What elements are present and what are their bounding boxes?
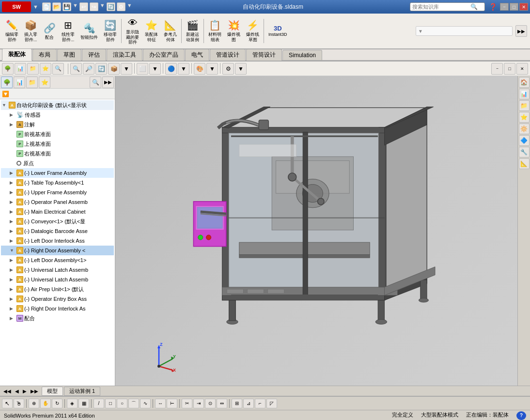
rebuild-btn[interactable]: 🔄 (107, 2, 115, 11)
tab-piping[interactable]: 管道设计 (210, 49, 246, 61)
mate-btn[interactable]: 🔗 配合 (41, 16, 58, 46)
extend-btn[interactable]: ⇥ (193, 399, 204, 408)
view-orientation-btn[interactable]: 🔵 (165, 63, 177, 75)
3d-view-icon-btn[interactable]: 📊 (519, 89, 530, 99)
zoom-to-fit-btn[interactable]: 🔍 (70, 63, 82, 75)
annotations-expander[interactable]: ▶ (10, 122, 16, 127)
tree-top-plane[interactable]: ▶ P 上视基准面 (1, 139, 114, 149)
tree-air-prep[interactable]: ▶ A (-) Air Prep Unit<1> (默认 (1, 284, 114, 294)
operator-entry-expander[interactable]: ▶ (10, 296, 16, 301)
tab-electrical[interactable]: 电气 (185, 49, 209, 61)
relation-btn[interactable]: ⊢ (167, 399, 177, 408)
tab-office[interactable]: 办公室产品 (143, 49, 185, 61)
model-tab[interactable]: 模型 (42, 387, 63, 396)
tab-assembly[interactable]: 装配体 (2, 48, 32, 61)
tree-origin[interactable]: ▶ 原点 (1, 158, 114, 168)
options-btn[interactable]: ⚙ (117, 2, 125, 11)
asm-feature-btn[interactable]: ⭐ 装配体特征 (142, 16, 160, 46)
property-manager-tab[interactable]: 📊 (14, 77, 25, 88)
search-tab[interactable]: 🔍 (90, 77, 101, 88)
tree-front-plane[interactable]: ▶ P 前视基准面 (1, 129, 114, 139)
move-entities-btn[interactable]: ⊿ (243, 399, 254, 408)
tab-evaluate[interactable]: 评估 (82, 49, 106, 61)
tree-left-door-interlock[interactable]: ▶ A (-) Left Door Interlock Ass (1, 236, 114, 246)
tree-sensors[interactable]: ▶ 📡 传感器 (1, 110, 114, 120)
explode-line-btn[interactable]: ⚡ 爆炸线草图 (244, 16, 262, 46)
tab-tubing[interactable]: 管筒设计 (246, 49, 282, 61)
undo-btn[interactable]: ↩ (79, 2, 88, 11)
display-style-btn[interactable]: ⬜ (137, 63, 148, 75)
operator-panel-expander[interactable]: ▶ (10, 200, 16, 204)
tree-electrical-cabinet[interactable]: ▶ A (-) Main Electrical Cabinet (1, 207, 114, 217)
dim-btn[interactable]: ↔ (155, 399, 166, 408)
expand-ribbon-btn[interactable]: ▶▶ (515, 25, 527, 37)
tab-sketch[interactable]: 草图 (57, 49, 81, 61)
tree-annotations[interactable]: ▶ A 注解 (1, 120, 114, 129)
appearance-icon-btn[interactable]: ⭐ (519, 112, 530, 123)
universal-latch-1-expander[interactable]: ▶ (10, 267, 16, 272)
expand-btn[interactable]: ▶▶ (102, 77, 114, 88)
part-icon-btn[interactable]: 📁 (519, 100, 530, 111)
inner-restore-btn[interactable]: □ (504, 63, 515, 75)
trim-btn[interactable]: ✂ (182, 399, 192, 408)
instant3d-btn[interactable]: 3D Instant3D (266, 16, 290, 46)
table-top-expander[interactable]: ▶ (10, 180, 16, 185)
smart-fastener-btn[interactable]: 🔩 智能扣件 (78, 16, 100, 46)
sketch-circle-btn[interactable]: ○ (117, 399, 127, 408)
inner-close-btn[interactable]: ✕ (516, 63, 528, 75)
tree-lower-frame[interactable]: ▶ A (-) Lower Frame Assembly (1, 168, 114, 178)
favorites-tab[interactable]: ⭐ (39, 77, 50, 88)
tree-right-plane[interactable]: ▶ P 右视基准面 (1, 149, 114, 158)
property-manager-btn[interactable]: 📊 (15, 63, 26, 75)
tree-universal-latch-1[interactable]: ▶ A (-) Universal Latch Assemb (1, 265, 114, 275)
view-settings-btn[interactable]: ⚙ (222, 63, 234, 75)
datalogic-expander[interactable]: ▶ (10, 229, 16, 233)
tab-first-btn[interactable]: ◀◀ (2, 388, 13, 394)
sketch-spline-btn[interactable]: ∿ (140, 399, 151, 408)
restore-btn[interactable]: □ (510, 3, 518, 11)
edit-component-btn[interactable]: ✏️ 编辑零部件 (3, 16, 21, 46)
search-dropdown-icon[interactable]: ▼ (478, 4, 483, 10)
air-prep-expander[interactable]: ▶ (10, 287, 16, 292)
view-dropdown-btn[interactable]: ▼ (121, 63, 132, 75)
chamfer-btn[interactable]: ◸ (266, 399, 277, 408)
conveyor-expander[interactable]: ▶ (10, 219, 16, 224)
appearance-btn[interactable]: 🎨 (194, 63, 205, 75)
tab-last-btn[interactable]: ▶▶ (29, 388, 40, 394)
tab-render[interactable]: 渲染工具 (107, 49, 142, 61)
tree-universal-latch-2[interactable]: ▶ A (-) Universal Latch Assemb (1, 275, 114, 284)
tab-next-btn[interactable]: ▶ (21, 388, 28, 394)
sketch-arc-btn[interactable]: ⌒ (128, 399, 139, 408)
zoom-in-btn[interactable]: 🔎 (83, 63, 94, 75)
smart-select-btn[interactable]: ◈ (67, 399, 78, 408)
motion-study-btn[interactable]: 🎬 新建运动算例 (184, 16, 202, 46)
tree-datalogic[interactable]: ▶ A (-) Datalogic Barcode Asse (1, 226, 114, 236)
upper-frame-expander[interactable]: ▶ (10, 190, 16, 195)
pattern-sketch-btn[interactable]: ⊞ (232, 399, 242, 408)
appearance-dropdown-btn[interactable]: ▼ (206, 63, 218, 75)
favorites-btn[interactable]: ⭐ (40, 63, 51, 75)
search-input[interactable] (412, 4, 470, 10)
home-view-icon-btn[interactable]: 🏠 (519, 77, 530, 88)
view-orientation-dropdown-btn[interactable]: ▼ (178, 63, 189, 75)
tree-right-door-assembly[interactable]: ▼ A (-) Right Door Assembly < (1, 246, 114, 255)
bom-btn[interactable]: 📋 材料明细表 (206, 16, 224, 46)
ref-geometry-btn[interactable]: 📐 参考几何体 (161, 16, 179, 46)
tree-table-top[interactable]: ▶ A (-) Table Top Assembly<1 (1, 178, 114, 187)
view-settings-dropdown-btn[interactable]: ▼ (235, 63, 247, 75)
insert-component-btn[interactable]: 📦 插入零部件... (22, 16, 40, 46)
select-btn[interactable]: ↖ (2, 399, 13, 408)
tree-operator-panel[interactable]: ▶ A (-) Operator Panel Assemb (1, 197, 114, 207)
explode-view-btn[interactable]: 💥 爆炸视图 (225, 16, 243, 46)
left-door-assembly-expander[interactable]: ▶ (10, 258, 16, 263)
tab-prev-btn[interactable]: ◀ (14, 388, 20, 394)
inner-minimize-btn[interactable]: － (491, 63, 503, 75)
display-style-dropdown-btn[interactable]: ▼ (149, 63, 161, 75)
right-door-interlock-expander[interactable]: ▶ (10, 306, 16, 311)
sensors-expander[interactable]: ▶ (10, 112, 16, 117)
linear-pattern-btn[interactable]: ⊞ 线性零部件... (59, 16, 77, 46)
lower-frame-expander[interactable]: ▶ (10, 171, 16, 175)
standard-views-btn[interactable]: 📦 (108, 63, 120, 75)
config-manager-tab[interactable]: 📁 (26, 77, 38, 88)
pan-btn[interactable]: ✋ (40, 399, 51, 408)
